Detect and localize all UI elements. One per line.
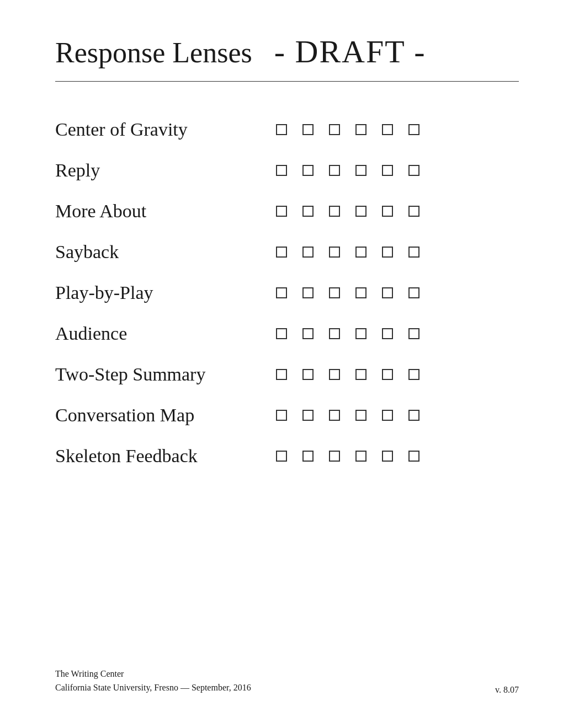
checkboxes-sayback (276, 247, 419, 258)
checkbox-more-about-6[interactable] (408, 206, 419, 217)
checkbox-conversation-map-2[interactable] (302, 410, 314, 421)
item-label-skeleton-feedback: Skeleton Feedback (55, 446, 265, 467)
checkbox-sayback-3[interactable] (329, 247, 340, 258)
checkbox-audience-5[interactable] (382, 328, 393, 339)
item-row-conversation-map: Conversation Map (55, 395, 519, 436)
item-label-conversation-map: Conversation Map (55, 405, 265, 426)
checkbox-center-of-gravity-5[interactable] (382, 124, 393, 135)
checkbox-center-of-gravity-1[interactable] (276, 124, 287, 135)
checkbox-center-of-gravity-6[interactable] (408, 124, 419, 135)
checkbox-audience-4[interactable] (355, 328, 367, 339)
checkbox-skeleton-feedback-5[interactable] (382, 451, 393, 462)
checkbox-reply-6[interactable] (408, 165, 419, 176)
page: Response Lenses - DRAFT - Center of Grav… (0, 0, 563, 728)
checkboxes-audience (276, 328, 419, 339)
checkbox-skeleton-feedback-1[interactable] (276, 451, 287, 462)
checkbox-audience-3[interactable] (329, 328, 340, 339)
checkbox-sayback-6[interactable] (408, 247, 419, 258)
items-list: Center of GravityReplyMore AboutSaybackP… (55, 109, 519, 477)
item-row-play-by-play: Play-by-Play (55, 272, 519, 313)
checkboxes-more-about (276, 206, 419, 217)
footer-version: v. 8.07 (495, 685, 519, 695)
footer-line2: California State University, Fresno — Se… (55, 681, 251, 695)
checkbox-more-about-2[interactable] (302, 206, 314, 217)
header-divider (55, 81, 519, 82)
item-label-center-of-gravity: Center of Gravity (55, 119, 265, 140)
checkbox-skeleton-feedback-2[interactable] (302, 451, 314, 462)
checkbox-sayback-5[interactable] (382, 247, 393, 258)
checkbox-reply-4[interactable] (355, 165, 367, 176)
checkbox-skeleton-feedback-4[interactable] (355, 451, 367, 462)
checkbox-more-about-3[interactable] (329, 206, 340, 217)
checkbox-conversation-map-3[interactable] (329, 410, 340, 421)
checkbox-more-about-5[interactable] (382, 206, 393, 217)
checkbox-sayback-1[interactable] (276, 247, 287, 258)
checkboxes-center-of-gravity (276, 124, 419, 135)
checkbox-play-by-play-6[interactable] (408, 287, 419, 298)
checkbox-sayback-4[interactable] (355, 247, 367, 258)
checkbox-two-step-summary-3[interactable] (329, 369, 340, 380)
item-row-reply: Reply (55, 150, 519, 191)
checkbox-play-by-play-5[interactable] (382, 287, 393, 298)
item-label-reply: Reply (55, 160, 265, 181)
page-title-main: Response Lenses (55, 36, 252, 69)
checkbox-play-by-play-4[interactable] (355, 287, 367, 298)
checkbox-reply-3[interactable] (329, 165, 340, 176)
checkbox-two-step-summary-1[interactable] (276, 369, 287, 380)
item-row-two-step-summary: Two-Step Summary (55, 354, 519, 395)
item-row-sayback: Sayback (55, 232, 519, 272)
checkbox-audience-6[interactable] (408, 328, 419, 339)
checkbox-skeleton-feedback-3[interactable] (329, 451, 340, 462)
checkbox-conversation-map-6[interactable] (408, 410, 419, 421)
checkbox-skeleton-feedback-6[interactable] (408, 451, 419, 462)
checkbox-two-step-summary-2[interactable] (302, 369, 314, 380)
item-label-more-about: More About (55, 201, 265, 222)
checkbox-center-of-gravity-2[interactable] (302, 124, 314, 135)
checkbox-audience-2[interactable] (302, 328, 314, 339)
checkbox-audience-1[interactable] (276, 328, 287, 339)
checkbox-center-of-gravity-3[interactable] (329, 124, 340, 135)
item-label-sayback: Sayback (55, 242, 265, 263)
checkbox-reply-1[interactable] (276, 165, 287, 176)
checkbox-two-step-summary-4[interactable] (355, 369, 367, 380)
checkbox-play-by-play-1[interactable] (276, 287, 287, 298)
checkbox-conversation-map-5[interactable] (382, 410, 393, 421)
checkboxes-conversation-map (276, 410, 419, 421)
checkbox-more-about-1[interactable] (276, 206, 287, 217)
item-row-skeleton-feedback: Skeleton Feedback (55, 436, 519, 477)
checkboxes-play-by-play (276, 287, 419, 298)
checkboxes-skeleton-feedback (276, 451, 419, 462)
footer-info: The Writing Center California State Univ… (55, 667, 251, 695)
checkbox-more-about-4[interactable] (355, 206, 367, 217)
checkbox-play-by-play-2[interactable] (302, 287, 314, 298)
checkbox-play-by-play-3[interactable] (329, 287, 340, 298)
item-label-audience: Audience (55, 323, 265, 344)
checkbox-reply-5[interactable] (382, 165, 393, 176)
checkbox-two-step-summary-5[interactable] (382, 369, 393, 380)
item-label-play-by-play: Play-by-Play (55, 282, 265, 303)
page-title-draft: - DRAFT - (274, 33, 426, 70)
checkbox-two-step-summary-6[interactable] (408, 369, 419, 380)
footer-line1: The Writing Center (55, 667, 251, 681)
item-row-more-about: More About (55, 191, 519, 232)
page-footer: The Writing Center California State Univ… (55, 667, 519, 695)
checkbox-sayback-2[interactable] (302, 247, 314, 258)
checkbox-reply-2[interactable] (302, 165, 314, 176)
checkboxes-two-step-summary (276, 369, 419, 380)
item-row-audience: Audience (55, 313, 519, 354)
checkbox-conversation-map-1[interactable] (276, 410, 287, 421)
checkboxes-reply (276, 165, 419, 176)
item-row-center-of-gravity: Center of Gravity (55, 109, 519, 150)
page-header: Response Lenses - DRAFT - (55, 33, 519, 70)
item-label-two-step-summary: Two-Step Summary (55, 364, 265, 385)
checkbox-center-of-gravity-4[interactable] (355, 124, 367, 135)
checkbox-conversation-map-4[interactable] (355, 410, 367, 421)
